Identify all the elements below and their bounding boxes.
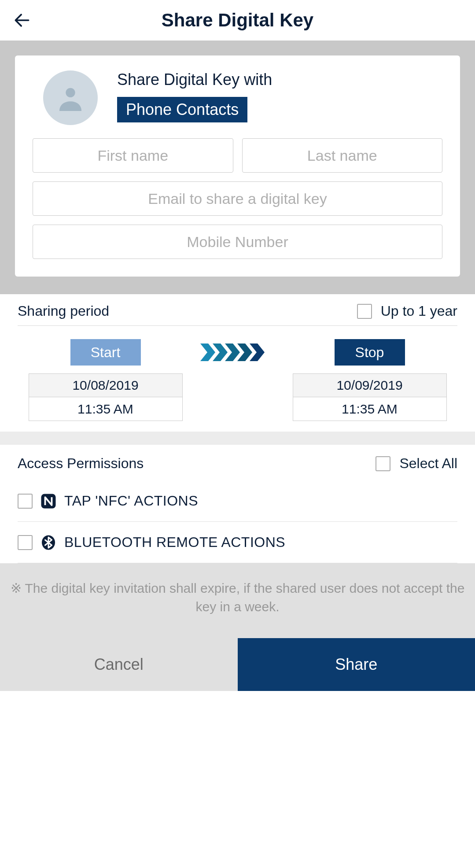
bottom-bar: Cancel Share [0,638,475,691]
start-button[interactable]: Start [70,339,141,366]
contact-card-area: Share Digital Key with Phone Contacts [0,41,475,294]
start-column: Start 10/08/2019 11:35 AM [29,339,183,421]
nfc-label: TAP 'NFC' ACTIONS [64,493,198,509]
back-arrow-icon [12,11,32,30]
email-field[interactable] [33,181,442,216]
start-time-cell[interactable]: 11:35 AM [29,397,183,421]
stop-date-cell[interactable]: 10/09/2019 [293,373,447,397]
up-to-1-year-label: Up to 1 year [381,303,457,319]
stop-column: Stop 10/09/2019 11:35 AM [293,339,447,421]
avatar-placeholder [43,70,98,125]
bluetooth-checkbox[interactable] [18,535,33,550]
bluetooth-icon [41,535,56,550]
permission-nfc-row[interactable]: TAP 'NFC' ACTIONS [18,480,457,521]
header: Share Digital Key [0,0,475,41]
person-icon [53,80,88,115]
stop-button[interactable]: Stop [335,339,405,366]
mobile-field[interactable] [33,225,442,259]
divider [18,325,457,326]
cancel-button[interactable]: Cancel [0,638,238,691]
last-name-field[interactable] [242,138,443,173]
phone-contacts-button[interactable]: Phone Contacts [117,97,247,122]
share-button[interactable]: Share [238,638,475,691]
share-with-label: Share Digital Key with [117,70,272,89]
permissions-section: Access Permissions Select All TAP 'NFC' … [0,445,475,563]
sharing-period-section: Sharing period Up to 1 year Start 10/08/… [0,294,475,432]
up-to-1-year-row[interactable]: Up to 1 year [357,303,457,319]
permission-bluetooth-row[interactable]: BLUETOOTH REMOTE ACTIONS [18,522,457,563]
contact-card: Share Digital Key with Phone Contacts [15,55,460,277]
bluetooth-label: BLUETOOTH REMOTE ACTIONS [64,534,285,550]
nfc-icon [41,493,56,509]
page-title: Share Digital Key [0,10,475,31]
disclaimer-text: ※ The digital key invitation shall expir… [0,563,475,638]
stop-time-cell[interactable]: 11:35 AM [293,397,447,421]
start-date-cell[interactable]: 10/08/2019 [29,373,183,397]
select-all-label: Select All [399,455,457,472]
select-all-row[interactable]: Select All [376,455,457,472]
svg-marker-1 [200,344,215,361]
svg-point-0 [66,88,75,97]
back-button[interactable] [12,11,32,30]
permissions-label: Access Permissions [18,455,144,472]
up-to-1-year-checkbox[interactable] [357,304,372,319]
chevrons-icon [200,341,275,363]
sharing-period-label: Sharing period [18,303,109,319]
first-name-field[interactable] [33,138,233,173]
chevron-separator [200,339,275,366]
nfc-checkbox[interactable] [18,494,33,509]
select-all-checkbox[interactable] [376,456,390,471]
section-gap [0,432,475,445]
